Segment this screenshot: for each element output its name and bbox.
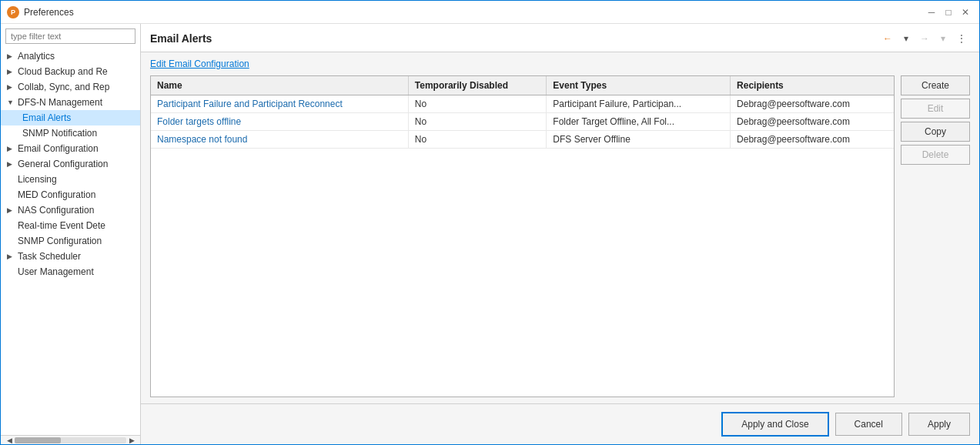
tree-arrow-collab: ▶	[7, 83, 15, 91]
sidebar-item-analytics[interactable]: ▶ Analytics	[1, 49, 140, 64]
sidebar-item-licensing[interactable]: ▶ Licensing	[1, 172, 140, 187]
back-button[interactable]: ←	[879, 30, 896, 47]
forward-button[interactable]: →	[916, 30, 933, 47]
panel-toolbar: ← ▾ → ▾ ⋮	[879, 30, 970, 47]
panel-body: Edit Email Configuration Name Temporaril…	[141, 52, 979, 403]
col-header-recipients: Recipients	[731, 76, 894, 95]
tree-arrow-emailconfig: ▶	[7, 145, 15, 152]
row2-event-types: Folder Target Offline, All Fol...	[547, 113, 731, 131]
sidebar-item-snmp-config[interactable]: ▶ SNMP Configuration	[1, 233, 140, 249]
row3-event-types: DFS Server Offline	[547, 131, 731, 149]
sidebar-filter-input[interactable]	[5, 28, 135, 44]
row1-name: Participant Failure and Participant Reco…	[151, 95, 408, 113]
tree-arrow-cloud: ▶	[7, 68, 15, 75]
panel-header: Email Alerts ← ▾ → ▾ ⋮	[141, 24, 979, 52]
edit-button[interactable]: Edit	[901, 99, 970, 119]
main-content: ▶ Analytics ▶ Cloud Backup and Re ▶ Coll…	[1, 24, 979, 444]
close-button[interactable]: ✕	[958, 5, 973, 20]
action-buttons-panel: Create Edit Copy Delete	[901, 75, 970, 397]
right-panel: Email Alerts ← ▾ → ▾ ⋮	[141, 24, 979, 444]
footer: Apply and Close Cancel Apply	[141, 403, 979, 444]
table-row[interactable]: Folder targets offline No Folder Target …	[151, 113, 894, 131]
scroll-track[interactable]	[15, 437, 126, 443]
sidebar-item-email-alerts[interactable]: Email Alerts	[1, 110, 140, 125]
table-row[interactable]: Participant Failure and Participant Reco…	[151, 95, 894, 113]
col-header-event-types: Event Types	[547, 76, 731, 95]
sidebar-item-nas-config[interactable]: ▶ NAS Configuration	[1, 202, 140, 218]
row1-disabled: No	[408, 95, 547, 113]
tree-arrow-task: ▶	[7, 253, 15, 260]
preferences-window: P Preferences ─ □ ✕ ▶ Analytics ▶ Cloud …	[0, 0, 980, 445]
tree-arrow-nas: ▶	[7, 206, 15, 214]
row2-name: Folder targets offline	[151, 113, 408, 131]
sidebar-item-realtime[interactable]: ▶ Real-time Event Dete	[1, 218, 140, 233]
sidebar-item-med-config[interactable]: ▶ MED Configuration	[1, 187, 140, 202]
more-options-icon: ⋮	[957, 33, 966, 44]
forward-dropdown-button[interactable]: ▾	[935, 30, 952, 47]
table-row[interactable]: Namespace not found No DFS Server Offlin…	[151, 131, 894, 149]
apply-button[interactable]: Apply	[908, 413, 970, 436]
row2-recipients: Debrag@peersoftware.com	[731, 113, 894, 131]
scroll-right-button[interactable]: ▶	[126, 436, 137, 445]
apply-close-button[interactable]: Apply and Close	[721, 412, 828, 437]
sidebar-item-dfs-n[interactable]: ▼ DFS-N Management	[1, 95, 140, 110]
minimize-button[interactable]: ─	[924, 5, 939, 20]
scroll-left-button[interactable]: ◀	[4, 436, 15, 445]
sidebar-item-collab[interactable]: ▶ Collab, Sync, and Rep	[1, 79, 140, 95]
sidebar-item-email-config[interactable]: ▶ Email Configuration	[1, 141, 140, 156]
edit-email-link[interactable]: Edit Email Configuration	[150, 59, 970, 69]
sidebar-item-snmp-notification[interactable]: SNMP Notification	[1, 125, 140, 141]
title-bar: P Preferences ─ □ ✕	[1, 1, 979, 24]
row3-recipients: Debrag@peersoftware.com	[731, 131, 894, 149]
scroll-thumb[interactable]	[15, 437, 61, 443]
sidebar-item-general-config[interactable]: ▶ General Configuration	[1, 156, 140, 172]
row3-name: Namespace not found	[151, 131, 408, 149]
data-table-wrapper[interactable]: Name Temporarily Disabled Event Types Re…	[150, 75, 895, 397]
copy-button[interactable]: Copy	[901, 122, 970, 142]
forward-dropdown-icon: ▾	[941, 33, 945, 44]
back-icon: ←	[883, 33, 892, 44]
tree-arrow-dfs: ▼	[7, 99, 15, 106]
table-container: Name Temporarily Disabled Event Types Re…	[150, 75, 970, 397]
row3-disabled: No	[408, 131, 547, 149]
panel-title: Email Alerts	[150, 32, 212, 45]
sidebar: ▶ Analytics ▶ Cloud Backup and Re ▶ Coll…	[1, 24, 141, 444]
create-button[interactable]: Create	[901, 75, 970, 95]
sidebar-item-cloud-backup[interactable]: ▶ Cloud Backup and Re	[1, 64, 140, 79]
col-header-name: Name	[151, 76, 408, 95]
sidebar-item-task-scheduler[interactable]: ▶ Task Scheduler	[1, 249, 140, 264]
email-alerts-table: Name Temporarily Disabled Event Types Re…	[151, 76, 894, 149]
window-controls: ─ □ ✕	[924, 5, 973, 20]
back-dropdown-icon: ▾	[904, 33, 908, 44]
row1-event-types: Participant Failure, Participan...	[547, 95, 731, 113]
row2-disabled: No	[408, 113, 547, 131]
tree-arrow-general: ▶	[7, 160, 15, 168]
more-options-button[interactable]: ⋮	[953, 30, 970, 47]
table-header-row: Name Temporarily Disabled Event Types Re…	[151, 76, 894, 95]
delete-button[interactable]: Delete	[901, 145, 970, 165]
window-title: Preferences	[24, 7, 924, 18]
forward-icon: →	[920, 33, 929, 44]
row1-recipients: Debrag@peersoftware.com	[731, 95, 894, 113]
sidebar-horizontal-scrollbar[interactable]: ◀ ▶	[1, 435, 140, 444]
app-icon: P	[7, 6, 19, 18]
back-dropdown-button[interactable]: ▾	[898, 30, 915, 47]
cancel-button[interactable]: Cancel	[835, 413, 902, 436]
tree-arrow-analytics: ▶	[7, 52, 15, 60]
col-header-disabled: Temporarily Disabled	[408, 76, 547, 95]
sidebar-tree: ▶ Analytics ▶ Cloud Backup and Re ▶ Coll…	[1, 49, 140, 435]
maximize-button[interactable]: □	[941, 5, 956, 20]
sidebar-item-user-management[interactable]: ▶ User Management	[1, 264, 140, 279]
